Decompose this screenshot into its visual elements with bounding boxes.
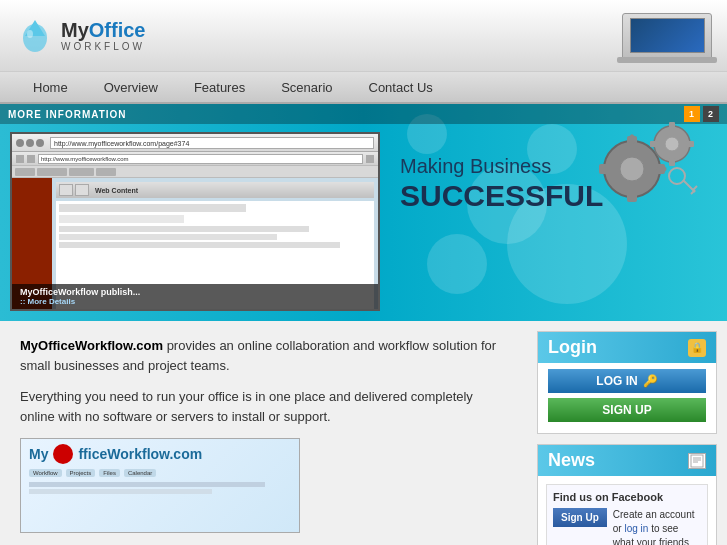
laptop-body [622,13,712,63]
svg-point-4 [620,157,644,181]
nav-contact[interactable]: Contact Us [351,74,451,101]
toolbar-icon-2 [27,155,35,163]
browser-toolbar: http://www.myofficeworkflow.com [12,152,378,166]
logo-area: MyOffice WORKFLOW [15,16,145,56]
browser-btn-3 [36,139,44,147]
banner-right: Making Business SUCCESSFUL [390,114,717,214]
bookmark-3 [69,168,94,176]
paragraph-1: MyOfficeWorkflow.com provides an online … [20,336,507,375]
facebook-login-link[interactable]: log in [624,523,648,534]
right-sidebar: Login 🔒 LOG IN 🔑 SIGN UP News [527,321,727,545]
screenshot-inner: http://www.myofficeworkflow.com/page#374… [12,134,378,309]
facebook-signup-button[interactable]: Sign Up [553,508,607,527]
login-button[interactable]: LOG IN 🔑 [548,369,706,393]
browser-bar: http://www.myofficeworkflow.com/page#374 [12,134,378,152]
login-btn-label: LOG IN [596,374,637,388]
facebook-row: Sign Up Create an account or log in to s… [553,508,701,545]
sc-content-bar-4 [59,234,277,240]
toolbar-icon-1 [16,155,24,163]
svg-rect-21 [691,455,703,467]
browser-btn-2 [26,139,34,147]
signup-button[interactable]: SIGN UP [548,398,706,422]
laptop-screen [630,18,705,53]
screenshot-caption: MyOfficeWorkflow publish... :: More Deta… [12,284,378,309]
login-header: Login 🔒 [538,332,716,363]
facebook-title: Find us on Facebook [553,491,701,503]
sc-icon-2 [75,184,89,196]
sc-web-content: Web Content [95,187,138,194]
bookmark-4 [96,168,116,176]
sc-toolbar: Web Content [56,182,374,198]
svg-point-12 [665,137,679,151]
bottom-nav-item2: Projects [66,469,96,477]
bottom-nav-workflow: Workflow [29,469,62,477]
bottom-sc-nav: Workflow Projects Files Calendar [21,466,299,480]
gears-icon [572,114,712,214]
bottom-screenshot: My fficeWorkflow.com Workflow Projects F… [20,438,300,533]
nav-features[interactable]: Features [176,74,263,101]
svg-point-17 [669,168,685,184]
facebook-section: Find us on Facebook Sign Up Create an ac… [546,484,708,545]
logo-my: My [61,19,89,41]
svg-rect-13 [669,122,675,130]
sc-content-bar-2 [59,215,184,223]
logo-text: MyOffice WORKFLOW [61,19,145,52]
left-content: MyOfficeWorkflow.com provides an online … [0,321,527,545]
bottom-sc-my: My [29,446,48,462]
svg-line-19 [693,186,697,190]
main-content: MyOfficeWorkflow.com provides an online … [0,321,727,545]
browser-btn-1 [16,139,24,147]
banner: MORE INFORMATION 1 2 http://www.myoffice… [0,104,727,321]
news-title: News [548,450,595,471]
bs-bar-2 [29,489,212,494]
bottom-nav-item3: Files [99,469,120,477]
bookmark-2 [37,168,67,176]
signup-btn-label: SIGN UP [602,403,651,417]
bottom-sc-office: fficeWorkflow.com [78,446,202,462]
browser-url: http://www.myofficeworkflow.com/page#374 [50,137,374,149]
paragraph-1-strong: MyOfficeWorkflow.com [20,338,163,353]
svg-rect-16 [686,141,694,147]
lock-icon: 🔒 [688,339,706,357]
header-laptop [592,8,712,63]
logo-drop-icon [15,16,55,56]
sc-icon-1 [59,184,73,196]
bookmark-1 [15,168,35,176]
nav-scenario[interactable]: Scenario [263,74,350,101]
laptop-base [617,57,717,63]
bottom-sc-red-icon [53,444,73,464]
svg-rect-15 [650,141,658,147]
login-title: Login [548,337,597,358]
bottom-sc-title: My fficeWorkflow.com [21,439,299,466]
screenshot-box: http://www.myofficeworkflow.com/page#374… [10,132,380,311]
news-content: Find us on Facebook Sign Up Create an ac… [538,476,716,545]
svg-rect-6 [627,192,637,202]
nav-bar: Home Overview Features Scenario Contact … [0,72,727,104]
news-box: News Find us on Facebook Sign Up [537,444,717,545]
svg-rect-14 [669,158,675,166]
header: MyOffice WORKFLOW [0,0,727,72]
facebook-text: Create an account or log in to see what … [613,508,701,545]
nav-overview[interactable]: Overview [86,74,176,101]
sc-content-bar-1 [59,204,246,212]
logo-office: Office [89,19,146,41]
bottom-sc-content [21,480,299,498]
bottom-nav-item4: Calendar [124,469,156,477]
toolbar-icon-3 [366,155,374,163]
caption-text: MyOfficeWorkflow publish... [20,287,140,297]
login-btn-row: LOG IN 🔑 SIGN UP [538,363,716,433]
address-bar: http://www.myofficeworkflow.com [38,154,363,164]
sc-content-bar-3 [59,226,309,232]
svg-point-2 [27,30,33,38]
login-lock-icon: 🔑 [643,374,658,388]
logo-workflow: WORKFLOW [61,41,145,52]
paragraph-2: Everything you need to run your office i… [20,387,507,426]
bookmarks-bar [12,166,378,178]
nav-home[interactable]: Home [15,74,86,101]
svg-rect-7 [599,164,609,174]
sc-content-bar-5 [59,242,340,248]
login-box: Login 🔒 LOG IN 🔑 SIGN UP [537,331,717,434]
more-details-link[interactable]: :: More Details [20,297,370,306]
more-info-label: MORE INFORMATION [8,109,127,120]
news-header: News [538,445,716,476]
